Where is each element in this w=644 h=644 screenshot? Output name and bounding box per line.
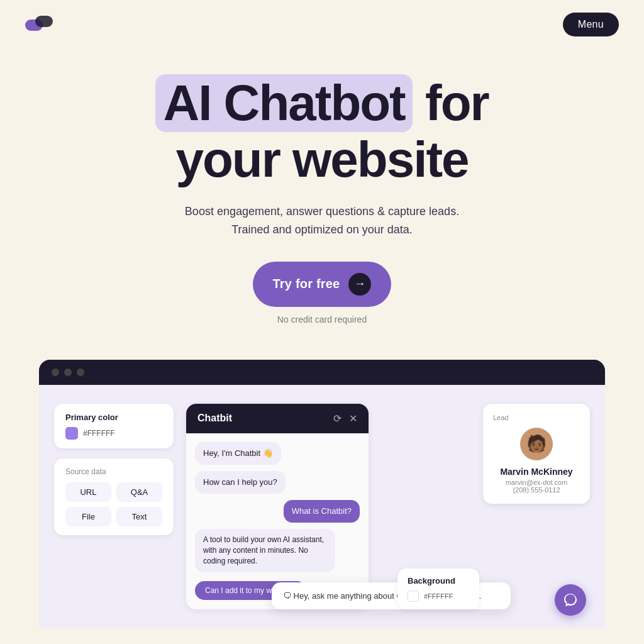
- color-hex: #FFFFFF: [83, 429, 115, 438]
- bg-hex: #FFFFFF: [424, 592, 453, 600]
- lead-phone: (208) 555-0112: [493, 486, 580, 494]
- cta-area: Try for free → No credit card required: [13, 262, 631, 325]
- source-item-qa[interactable]: Q&A: [116, 482, 162, 502]
- hero-title: AI Chatbot for your website: [102, 74, 542, 187]
- logo[interactable]: [25, 16, 53, 33]
- hero-section: AI Chatbot for your website Boost engage…: [0, 49, 644, 337]
- chat-message-2: How can I help you?: [195, 471, 286, 494]
- source-data-card: Source data URL Q&A File Text: [54, 458, 174, 535]
- color-row: #FFFFFF: [65, 427, 162, 440]
- lead-card: Lead 🧑🏾 Marvin McKinney marvin@ex-dot.co…: [483, 404, 590, 504]
- primary-color-card: Primary color #FFFFFF: [54, 404, 174, 448]
- primary-color-label: Primary color: [65, 413, 162, 422]
- svg-rect-1: [35, 16, 53, 27]
- no-credit-text: No credit card required: [277, 314, 367, 325]
- chat-message-3: What is Chatbit?: [284, 500, 360, 523]
- chatbit-title: Chatbit: [197, 413, 232, 424]
- lead-avatar: 🧑🏾: [520, 428, 553, 460]
- bg-color-row: #FFFFFF: [408, 591, 469, 602]
- browser-dot-3: [77, 369, 84, 376]
- chat-message-1: Hey, I'm Chatbit 👋: [195, 442, 281, 465]
- browser-dot-1: [52, 369, 59, 376]
- demo-area: Primary color #FFFFFF Source data URL Q&…: [39, 360, 605, 628]
- navbar: Menu: [0, 0, 644, 49]
- lead-label: Lead: [493, 414, 580, 421]
- browser-bar: [39, 360, 605, 385]
- demo-content: Primary color #FFFFFF Source data URL Q&…: [39, 385, 605, 628]
- source-item-text[interactable]: Text: [116, 507, 162, 526]
- color-swatch: [65, 427, 78, 440]
- menu-button[interactable]: Menu: [563, 13, 619, 36]
- arrow-icon: →: [348, 273, 371, 296]
- refresh-icon[interactable]: ⟳: [333, 413, 341, 425]
- bg-swatch: [408, 591, 419, 602]
- try-free-button[interactable]: Try for free →: [253, 262, 392, 307]
- background-card: Background #FFFFFF: [397, 569, 479, 609]
- hero-subtitle: Boost engagement, answer questions & cap…: [177, 203, 467, 239]
- lead-name: Marvin McKinney: [493, 467, 580, 477]
- chatbit-icons: ⟳ ✕: [333, 413, 357, 425]
- source-item-url[interactable]: URL: [65, 482, 111, 502]
- bg-label: Background: [408, 576, 469, 586]
- source-data-label: Source data: [65, 467, 162, 476]
- browser-dot-2: [64, 369, 72, 376]
- chatbit-panel: Chatbit ⟳ ✕ Hey, I'm Chatbit 👋 How can I…: [186, 404, 369, 609]
- chat-message-4: A tool to build your own AI assistant, w…: [195, 529, 335, 572]
- chatbit-header: Chatbit ⟳ ✕: [186, 404, 369, 433]
- try-free-label: Try for free: [273, 277, 340, 291]
- title-highlight: AI Chatbot: [155, 74, 412, 132]
- title-line2: your website: [175, 131, 468, 187]
- lead-email: marvin@ex-dot.com: [493, 479, 580, 486]
- source-item-file[interactable]: File: [65, 507, 111, 526]
- close-icon[interactable]: ✕: [349, 413, 357, 425]
- source-grid: URL Q&A File Text: [65, 482, 162, 526]
- chat-widget-button[interactable]: [555, 584, 586, 616]
- left-panel: Primary color #FFFFFF Source data URL Q&…: [54, 404, 174, 609]
- title-for: for: [425, 75, 489, 131]
